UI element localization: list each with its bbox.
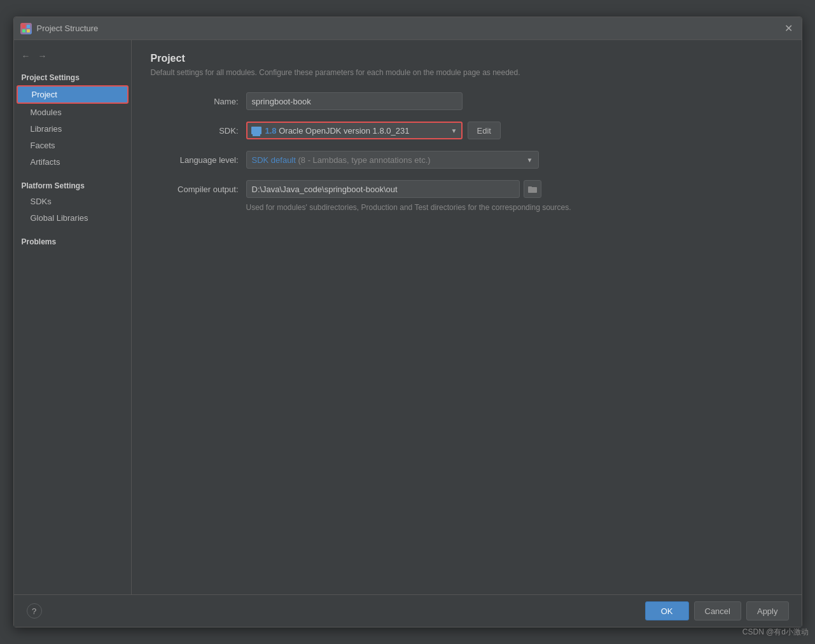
svg-rect-3 [27, 29, 30, 32]
dialog-body: ← → Project Settings Project Modules Lib… [14, 40, 802, 594]
sidebar-item-artifacts[interactable]: Artifacts [17, 154, 129, 170]
compiler-wrapper [246, 180, 541, 198]
sdk-dropdown-arrow: ▼ [451, 127, 457, 134]
sidebar-item-label: Global Libraries [31, 213, 88, 223]
nav-buttons: ← → [14, 46, 131, 68]
compiler-folder-button[interactable] [524, 180, 541, 198]
content-title: Project [151, 53, 783, 64]
sidebar-item-label: SDKs [31, 197, 52, 206]
sdk-text: 1.8 Oracle OpenJDK version 1.8.0_231 [265, 126, 449, 136]
sdk-dropdown[interactable]: 1.8 Oracle OpenJDK version 1.8.0_231 ▼ [246, 122, 463, 139]
name-row: Name: [151, 92, 783, 110]
dialog-title: Project Structure [37, 24, 99, 33]
dialog-footer: ? OK Cancel Apply [14, 594, 802, 627]
name-label: Name: [151, 97, 246, 106]
title-bar-left: Project Structure [20, 23, 99, 34]
svg-rect-5 [528, 186, 532, 188]
svg-rect-4 [528, 187, 537, 193]
sidebar-item-libraries[interactable]: Libraries [17, 121, 129, 137]
footer-left: ? [27, 603, 42, 619]
compiler-output-input[interactable] [246, 180, 520, 198]
sdk-edit-button[interactable]: Edit [468, 122, 501, 139]
sdk-row: SDK: 1.8 Oracle OpenJDK version 1.8.0_23… [151, 122, 783, 139]
close-button[interactable]: ✕ [783, 22, 795, 35]
folder-icon [528, 185, 537, 193]
sidebar-item-project[interactable]: Project [17, 85, 129, 104]
content-description: Default settings for all modules. Config… [151, 68, 783, 77]
sidebar-item-label: Artifacts [31, 157, 60, 167]
problems-label: Problems [14, 232, 131, 249]
sidebar-item-sdks[interactable]: SDKs [17, 193, 129, 209]
sdk-detail: Oracle OpenJDK version 1.8.0_231 [279, 126, 409, 136]
language-level-text: SDK default (8 - Lambdas, type annotatio… [252, 155, 527, 165]
sidebar-item-modules[interactable]: Modules [17, 104, 129, 120]
language-level-row: Language level: SDK default (8 - Lambdas… [151, 151, 783, 169]
sidebar-item-global-libraries[interactable]: Global Libraries [17, 210, 129, 226]
project-structure-dialog: Project Structure ✕ ← → Project Settings… [13, 17, 802, 627]
sidebar-item-label: Project [32, 90, 57, 99]
sdk-label: SDK: [151, 126, 246, 136]
lang-default: SDK default [252, 155, 296, 165]
language-level-dropdown[interactable]: SDK default (8 - Lambdas, type annotatio… [246, 151, 539, 169]
platform-settings-label: Platform Settings [14, 176, 131, 193]
compiler-output-row: Compiler output: [151, 180, 783, 198]
sidebar-item-label: Libraries [31, 124, 62, 134]
sdk-wrapper: 1.8 Oracle OpenJDK version 1.8.0_231 ▼ E… [246, 122, 501, 139]
forward-button[interactable]: → [36, 49, 50, 63]
sidebar: ← → Project Settings Project Modules Lib… [14, 40, 132, 594]
compiler-hint: Used for modules' subdirectories, Produc… [246, 203, 783, 212]
help-button[interactable]: ? [27, 603, 42, 619]
svg-rect-1 [27, 25, 30, 28]
back-button[interactable]: ← [19, 49, 33, 63]
content-area: Project Default settings for all modules… [132, 40, 802, 594]
project-settings-label: Project Settings [14, 68, 131, 85]
sdk-version: 1.8 [265, 126, 277, 136]
app-icon [20, 23, 32, 34]
svg-rect-2 [22, 29, 25, 32]
lang-detail: (8 - Lambdas, type annotations etc.) [298, 155, 431, 165]
title-bar: Project Structure ✕ [14, 17, 802, 40]
sdk-folder-icon [251, 127, 261, 134]
svg-rect-0 [22, 25, 25, 28]
apply-button[interactable]: Apply [746, 601, 789, 620]
compiler-output-label: Compiler output: [151, 185, 246, 194]
sidebar-item-label: Facets [31, 141, 55, 150]
sidebar-item-facets[interactable]: Facets [17, 137, 129, 153]
sidebar-item-label: Modules [31, 108, 62, 117]
name-input[interactable] [246, 92, 463, 110]
watermark: CSDN @有d小激动 [742, 627, 809, 638]
ok-button[interactable]: OK [645, 601, 689, 620]
cancel-button[interactable]: Cancel [694, 601, 741, 620]
footer-right: OK Cancel Apply [645, 601, 789, 620]
language-level-arrow: ▼ [527, 157, 533, 164]
language-level-label: Language level: [151, 155, 246, 165]
